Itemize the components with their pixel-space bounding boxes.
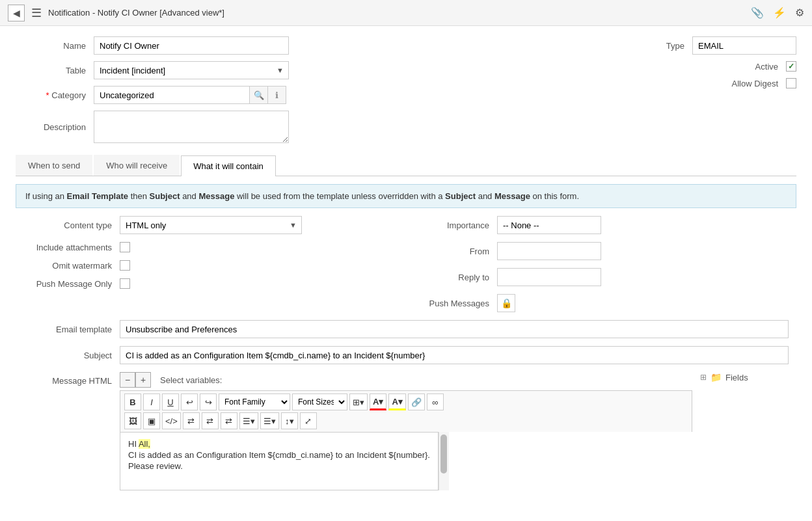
- type-label: Type: [614, 41, 692, 51]
- content-type-select-wrapper: HTML only ▼: [120, 216, 302, 234]
- reply-to-input[interactable]: [497, 268, 601, 286]
- font-color-button[interactable]: A▾: [370, 394, 386, 410]
- back-button[interactable]: ◀: [8, 5, 25, 21]
- content-form: Content type HTML only ▼ Include attachm…: [16, 216, 796, 490]
- name-input[interactable]: [94, 36, 289, 55]
- omit-watermark-label: Omit watermark: [16, 261, 120, 271]
- category-info-button[interactable]: ℹ: [268, 86, 286, 104]
- type-input[interactable]: [692, 36, 796, 55]
- include-attachments-checkbox[interactable]: [120, 242, 130, 252]
- description-textarea[interactable]: [94, 111, 289, 143]
- category-input[interactable]: [94, 86, 250, 104]
- tab-who-will-receive[interactable]: Who will receive: [94, 155, 180, 176]
- from-row: From: [419, 242, 796, 260]
- active-checkbox[interactable]: [786, 61, 796, 72]
- align-left-button[interactable]: ⇄: [183, 412, 200, 429]
- content-left: Content type HTML only ▼ Include attachm…: [16, 216, 419, 320]
- omit-watermark-checkbox[interactable]: [120, 260, 130, 271]
- italic-button[interactable]: I: [143, 394, 160, 410]
- push-messages-lock[interactable]: 🔒: [497, 294, 515, 312]
- subject-input[interactable]: [120, 346, 789, 364]
- paperclip-icon[interactable]: 📎: [751, 7, 764, 19]
- header: ◀ ☰ Notification - Notify CI Owner [Adva…: [0, 0, 812, 26]
- redo-button[interactable]: ↪: [200, 394, 217, 410]
- maximize-button[interactable]: ⤢: [300, 412, 317, 429]
- editor-controls: − + Select variables:: [120, 372, 692, 388]
- line-height-button[interactable]: ↕▾: [281, 412, 298, 429]
- font-family-wrapper: Font Family: [219, 394, 290, 410]
- table-button[interactable]: ⊞▾: [349, 394, 368, 410]
- right-panel: ⊞ 📁 Fields: [692, 372, 796, 382]
- description-row: Description: [16, 111, 419, 143]
- zoom-in-button[interactable]: +: [135, 372, 151, 388]
- menu-icon[interactable]: ☰: [31, 6, 42, 20]
- content-type-label: Content type: [16, 220, 120, 230]
- importance-label: Importance: [419, 220, 497, 230]
- bold-button[interactable]: B: [124, 394, 141, 410]
- allow-digest-row: Allow Digest: [419, 78, 796, 88]
- content-right: Importance From Reply to Push Messages 🔒: [419, 216, 796, 320]
- content-area: If using an Email Template then Subject …: [0, 184, 812, 506]
- pulse-icon[interactable]: ⚡: [773, 7, 786, 19]
- editor-hi-text: HI: [128, 439, 139, 449]
- video-button[interactable]: ▣: [143, 412, 160, 429]
- bg-color-button[interactable]: A▾: [388, 394, 405, 410]
- type-row: Type: [419, 36, 796, 55]
- message-html-row: Message HTML − + Select variables: B I U: [16, 372, 796, 490]
- reply-to-row: Reply to: [419, 268, 796, 286]
- scroll-thumb: [440, 434, 447, 474]
- content-type-select[interactable]: HTML only: [120, 216, 302, 234]
- fields-header[interactable]: ⊞ 📁 Fields: [700, 372, 796, 382]
- email-template-row: Email template: [16, 320, 796, 338]
- undo-button[interactable]: ↩: [181, 394, 198, 410]
- zoom-out-button[interactable]: −: [120, 372, 135, 388]
- info-banner-text: If using an Email Template then Subject …: [25, 191, 579, 201]
- tab-what-it-will-contain[interactable]: What it will contain: [181, 155, 276, 176]
- tab-when-to-send[interactable]: When to send: [16, 155, 92, 176]
- include-attachments-row: Include attachments: [16, 242, 419, 252]
- category-search-button[interactable]: 🔍: [250, 86, 268, 104]
- editor-all-highlight: All,: [139, 439, 150, 449]
- active-label: Active: [708, 62, 786, 72]
- sliders-icon[interactable]: ⚙: [795, 7, 804, 19]
- allow-digest-checkbox[interactable]: [786, 78, 796, 88]
- list-ol-button[interactable]: ☰▾: [260, 412, 279, 429]
- page-title: Notification - Notify CI Owner [Advanced…: [48, 8, 224, 18]
- table-select[interactable]: Incident [incident]: [94, 61, 289, 79]
- form-col-left: Name Table Incident [incident] ▼ Categor…: [16, 36, 419, 150]
- remove-format-button[interactable]: ∞: [427, 394, 444, 410]
- link-button[interactable]: 🔗: [408, 394, 425, 410]
- push-message-only-label: Push Message Only: [16, 279, 120, 289]
- source-button[interactable]: </>: [162, 412, 181, 429]
- form-col-right: Type Active Allow Digest: [419, 36, 796, 95]
- editor-body[interactable]: HI All, CI is added as an Configuration …: [120, 432, 439, 490]
- tabs-bar: When to send Who will receive What it wi…: [16, 155, 796, 176]
- font-sizes-select[interactable]: Font Sizes: [292, 394, 347, 410]
- align-center-button[interactable]: ⇄: [202, 412, 219, 429]
- subject-row: Subject: [16, 346, 796, 364]
- underline-button[interactable]: U: [162, 394, 179, 410]
- push-message-only-checkbox[interactable]: [120, 278, 130, 289]
- font-family-select[interactable]: Font Family: [219, 394, 290, 410]
- reply-to-label: Reply to: [419, 273, 497, 282]
- image-button[interactable]: 🖼: [124, 412, 141, 429]
- importance-row: Importance: [419, 216, 796, 234]
- editor-toolbar: B I U ↩ ↪ Font Family Font Sizes: [120, 390, 692, 432]
- list-ul-button[interactable]: ☰▾: [239, 412, 258, 429]
- align-right-button[interactable]: ⇄: [221, 412, 237, 429]
- email-template-input[interactable]: [120, 320, 789, 338]
- content-type-row: Content type HTML only ▼: [16, 216, 419, 234]
- description-label: Description: [16, 122, 94, 132]
- font-sizes-wrapper: Font Sizes: [292, 394, 347, 410]
- include-attachments-label: Include attachments: [16, 243, 120, 252]
- header-left: ◀ ☰ Notification - Notify CI Owner [Adva…: [8, 5, 224, 21]
- form-area: Name Table Incident [incident] ▼ Categor…: [0, 26, 812, 176]
- category-label: Category: [16, 90, 94, 100]
- from-input[interactable]: [497, 242, 601, 260]
- minus-plus-group: − +: [120, 372, 151, 388]
- fields-label: Fields: [725, 373, 748, 382]
- subject-label: Subject: [16, 351, 120, 360]
- importance-input[interactable]: [497, 216, 601, 234]
- editor-scrollbar[interactable]: [439, 432, 449, 490]
- fields-expand-icon: ⊞: [700, 373, 707, 382]
